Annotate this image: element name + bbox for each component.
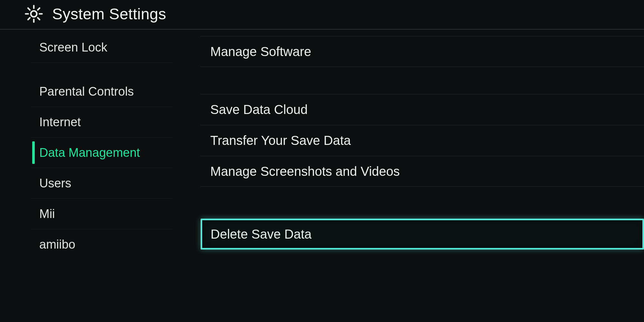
sidebar-item-label: amiibo <box>39 238 75 251</box>
option-save-data-cloud[interactable]: Save Data Cloud <box>201 94 644 125</box>
sidebar-item-label: Parental Controls <box>39 85 134 99</box>
option-manage-screenshots-videos[interactable]: Manage Screenshots and Videos <box>201 156 644 187</box>
sidebar-item-label: Internet <box>39 115 81 129</box>
svg-line-6 <box>38 18 40 20</box>
sidebar-item-amiibo[interactable]: amiibo <box>31 229 172 260</box>
header: System Settings <box>0 0 644 30</box>
option-transfer-save-data[interactable]: Transfer Your Save Data <box>201 125 644 156</box>
divider-gap <box>201 187 644 219</box>
gear-icon <box>24 5 43 23</box>
sidebar-item-internet[interactable]: Internet <box>31 107 172 137</box>
option-label: Manage Screenshots and Videos <box>210 164 400 179</box>
svg-line-7 <box>38 8 40 10</box>
sidebar-item-label: Screen Lock <box>39 41 107 54</box>
option-delete-save-data[interactable]: Delete Save Data <box>201 219 644 250</box>
option-label: Transfer Your Save Data <box>210 133 351 148</box>
sidebar-item-parental-controls[interactable]: Parental Controls <box>31 76 172 107</box>
content-body: Screen Lock Parental Controls Internet D… <box>0 30 644 322</box>
sidebar-item-data-management[interactable]: Data Management <box>31 137 172 168</box>
option-label: Delete Save Data <box>211 227 312 242</box>
divider-gap <box>201 67 644 94</box>
sidebar-item-label: Data Management <box>39 146 140 160</box>
sidebar-item-screen-lock[interactable]: Screen Lock <box>31 32 172 63</box>
settings-main-panel: Manage Software Save Data Cloud Transfer… <box>172 30 644 322</box>
svg-line-8 <box>28 18 30 20</box>
sidebar-item-users[interactable]: Users <box>31 168 172 199</box>
settings-sidebar: Screen Lock Parental Controls Internet D… <box>0 30 172 322</box>
option-manage-software[interactable]: Manage Software <box>201 36 644 67</box>
sidebar-item-label: Mii <box>39 207 55 221</box>
sidebar-item-mii[interactable]: Mii <box>31 199 172 229</box>
page-title: System Settings <box>52 5 166 23</box>
option-label: Manage Software <box>210 44 311 59</box>
sidebar-item-label: Users <box>39 176 71 190</box>
option-label: Save Data Cloud <box>210 102 308 117</box>
svg-line-5 <box>28 8 30 10</box>
svg-point-0 <box>31 11 37 17</box>
